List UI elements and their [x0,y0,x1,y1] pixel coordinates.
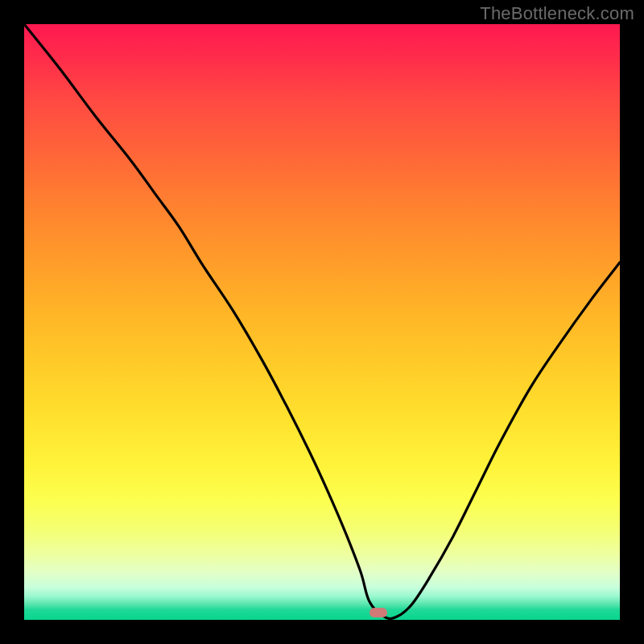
chart-container: TheBottleneck.com [0,0,644,644]
bottleneck-curve [24,24,620,620]
watermark-text: TheBottleneck.com [480,3,634,24]
selected-point-marker [369,608,387,617]
plot-area [24,24,620,620]
